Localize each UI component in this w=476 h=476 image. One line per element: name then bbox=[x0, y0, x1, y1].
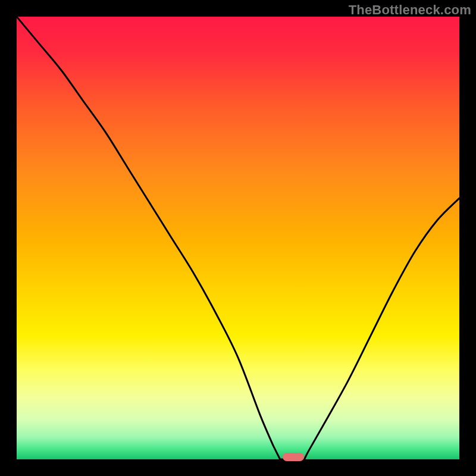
svg-rect-0 bbox=[17, 17, 459, 459]
plot-area bbox=[17, 17, 459, 459]
chart-frame: TheBottleneck.com bbox=[0, 0, 476, 476]
optimal-marker bbox=[283, 453, 304, 461]
watermark-text: TheBottleneck.com bbox=[349, 2, 471, 18]
gradient-background bbox=[17, 17, 459, 459]
